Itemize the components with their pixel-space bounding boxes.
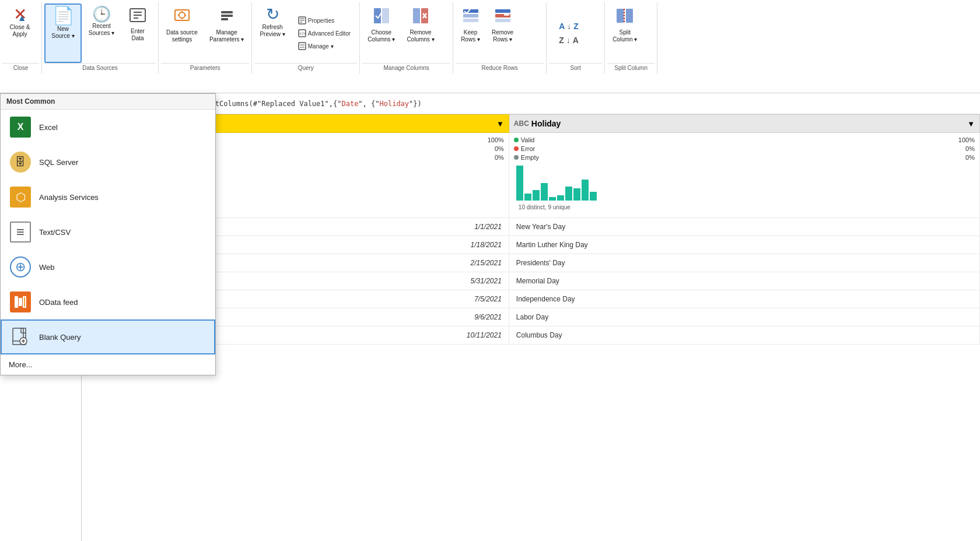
web-label: Web [39, 263, 55, 272]
split-column-icon [615, 6, 634, 28]
manage-parameters-button[interactable]: ManageParameters ▾ [204, 3, 249, 63]
row-3-holiday[interactable]: Presidents' Day [509, 254, 979, 272]
svg-rect-19 [299, 43, 306, 50]
new-source-button[interactable]: 📄 NewSource ▾ [44, 3, 82, 63]
holiday-bar-2 [524, 194, 531, 201]
formula-holiday-str: Holiday [380, 100, 410, 108]
holiday-bar-3 [533, 190, 540, 201]
holiday-col-label: Holiday [531, 119, 561, 128]
sort-az-arrow: ↓ [567, 22, 571, 31]
manage-parameters-label: ManageParameters ▾ [209, 29, 244, 43]
analysis-label: Analysis Services [39, 193, 99, 202]
advanced-editor-button[interactable]: </> Advanced Editor [294, 27, 355, 39]
sort-za-button[interactable]: Z ↓ A [554, 34, 584, 47]
manage-label: Manage ▾ [308, 43, 334, 50]
svg-rect-33 [495, 19, 510, 22]
sort-za-icon: Z [559, 36, 564, 45]
holiday-bar-8 [573, 188, 580, 201]
dropdown-item-odata[interactable]: OData feed [1, 284, 215, 319]
holiday-valid-pct: 100% [958, 136, 975, 143]
holiday-bar-4 [541, 183, 548, 201]
table-header-row: 📅 Date ▼ ABC Holiday ▼ [82, 115, 980, 133]
holiday-error-dot [514, 146, 519, 151]
properties-label: Properties [308, 17, 335, 24]
new-source-icon: 📄 [52, 7, 74, 24]
data-source-settings-button[interactable]: Data sourcesettings [161, 3, 203, 63]
svg-text:</>: </> [299, 31, 306, 36]
dropdown-item-analysis[interactable]: ⬡ Analysis Services [1, 180, 215, 215]
dropdown-item-sql[interactable]: 🗄 SQL Server [1, 145, 215, 180]
more-button[interactable]: More... [1, 354, 215, 375]
row-6-holiday[interactable]: Labor Day [509, 308, 979, 326]
choose-columns-label: ChooseColumns ▾ [368, 29, 395, 43]
formula-bar: ✕ ✓ fx = Table.SelectColumns(#"Replaced … [82, 93, 980, 114]
dropdown-item-blank[interactable]: Blank Query [1, 319, 215, 354]
excel-label: Excel [39, 123, 58, 132]
odata-icon [10, 291, 31, 312]
dropdown-item-web[interactable]: ⊕ Web [1, 250, 215, 284]
svg-rect-10 [221, 11, 233, 13]
source-group: 📄 NewSource ▾ 🕒 RecentSources ▾ EnterDat… [42, 2, 159, 73]
refresh-preview-button[interactable]: ↻ RefreshPreview ▾ [254, 3, 290, 63]
ribbon-buttons-area: ✕ ▲ Close & Apply Close 📄 NewSource ▾ [0, 0, 980, 76]
sort-az-button[interactable]: A ↓ Z [554, 20, 584, 33]
web-icon: ⊕ [10, 257, 31, 277]
reduce-rows-group: KeepRows ▾ RemoveRows ▾ Reduce Rows [453, 2, 547, 73]
holiday-bar-5 [549, 197, 556, 201]
remove-columns-button[interactable]: RemoveColumns ▾ [401, 3, 439, 63]
reduce-rows-group-buttons: KeepRows ▾ RemoveRows ▾ [456, 3, 544, 63]
holiday-column-header[interactable]: ABC Holiday ▼ [509, 115, 979, 133]
blank-query-label: Blank Query [39, 333, 81, 342]
holiday-bar-9 [582, 180, 589, 201]
keep-rows-button[interactable]: KeepRows ▾ [456, 3, 485, 63]
advanced-editor-label: Advanced Editor [308, 30, 351, 37]
sql-label: SQL Server [39, 158, 78, 167]
dropdown-item-text[interactable]: ≡ Text/CSV [1, 215, 215, 250]
enter-data-icon [129, 6, 146, 27]
formula-text[interactable]: = Table.SelectColumns(#"Replaced Value1"… [156, 100, 975, 108]
holiday-valid-label: Valid [521, 136, 956, 143]
remove-columns-label: RemoveColumns ▾ [407, 29, 434, 43]
choose-columns-icon [372, 6, 391, 28]
refresh-preview-icon: ↻ [266, 6, 279, 23]
row-2-holiday[interactable]: Martin Luther King Day [509, 236, 979, 254]
row-4-holiday[interactable]: Memorial Day [509, 272, 979, 290]
main-content: Queries ▦ usho ▦ Holi Most Common X Exce… [0, 93, 980, 541]
manage-columns-group: ChooseColumns ▾ RemoveColumns ▾ Manage C… [360, 2, 453, 73]
date-empty-pct: 0% [495, 154, 504, 161]
row-7-holiday[interactable]: Columbus Day [509, 326, 979, 345]
properties-button[interactable]: Properties [294, 15, 355, 26]
choose-columns-button[interactable]: ChooseColumns ▾ [362, 3, 400, 63]
recent-sources-button[interactable]: 🕒 RecentSources ▾ [83, 3, 120, 63]
table-row: 2 1/18/2021 Martin Luther King Day [82, 236, 980, 254]
data-source-settings-icon [173, 6, 191, 28]
date-col-dropdown-icon[interactable]: ▼ [496, 120, 504, 128]
svg-rect-35 [617, 9, 624, 23]
manage-parameters-icon [218, 6, 236, 28]
manage-button[interactable]: Manage ▾ [294, 40, 355, 52]
sort-az-icon: A [559, 22, 565, 31]
table-body: 1 1/1/2021 New Year's Day 2 1/18/2021 Ma… [82, 218, 980, 345]
holiday-error-label: Error [521, 145, 963, 152]
remove-rows-button[interactable]: RemoveRows ▾ [487, 3, 519, 63]
svg-rect-30 [463, 19, 478, 22]
source-group-buttons: 📄 NewSource ▾ 🕒 RecentSources ▾ EnterDat… [44, 3, 156, 63]
sql-icon: 🗄 [10, 152, 31, 173]
close-group-label: Close [2, 63, 39, 72]
close-apply-button[interactable]: ✕ ▲ Close & Apply [2, 3, 37, 63]
formula-date-str: Date [341, 100, 358, 108]
row-1-holiday[interactable]: New Year's Day [509, 218, 979, 236]
holiday-col-dropdown-icon[interactable]: ▼ [967, 120, 975, 128]
holiday-bar-7 [565, 187, 572, 201]
svg-rect-29 [463, 14, 478, 17]
text-icon: ≡ [10, 222, 31, 243]
table-row: 4 5/31/2021 Memorial Day [82, 272, 980, 290]
enter-data-button[interactable]: EnterData [121, 3, 154, 63]
svg-rect-24 [413, 8, 420, 23]
dropdown-item-excel[interactable]: X Excel [1, 110, 215, 145]
split-column-button[interactable]: SplitColumn ▾ [607, 3, 642, 63]
table-row: 5 7/5/2021 Independence Day [82, 290, 980, 308]
sort-group-buttons: A ↓ Z Z ↓ A [549, 3, 602, 63]
row-5-holiday[interactable]: Independence Day [509, 290, 979, 308]
svg-rect-11 [221, 15, 233, 17]
